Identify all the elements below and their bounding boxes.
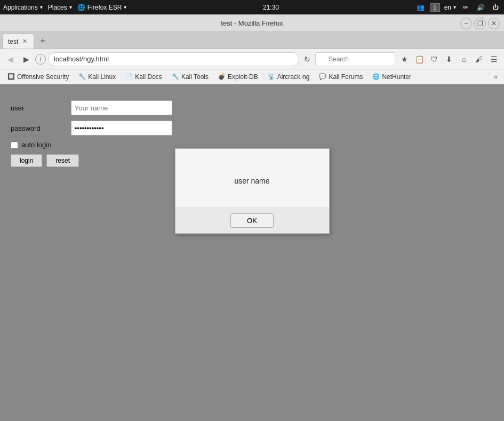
maximize-button[interactable]: ❐ [474, 18, 486, 29]
workspace-badge[interactable]: 1 [430, 3, 440, 12]
system-bar: Applications ▾ Places ▾ 🌐 Firefox ESR ▾ … [0, 0, 504, 14]
search-input[interactable] [315, 52, 395, 66]
applications-arrow: ▾ [40, 4, 43, 10]
browser-menu[interactable]: 🌐 Firefox ESR ▾ [77, 4, 127, 11]
language-menu[interactable]: en ▾ [444, 4, 456, 11]
close-icon: ✕ [491, 20, 497, 27]
bookmark-kali-forums-icon: 💬 [319, 73, 326, 80]
minimize-button[interactable]: – [460, 18, 472, 29]
browser-titlebar: test - Mozilla Firefox – ❐ ✕ [0, 15, 504, 32]
bookmark-offensive-security[interactable]: 🔲 Offensive Security [3, 72, 73, 82]
bookmark-aircrack-icon: 📡 [268, 73, 275, 80]
bookmark-kali-linux[interactable]: 🔧 Kali Linux [74, 72, 120, 82]
bookmark-nethunter[interactable]: 🌐 NetHunter [368, 72, 415, 82]
new-tab-button[interactable]: + [35, 34, 50, 49]
developer-icon[interactable]: 🖌 [472, 52, 486, 66]
bookmark-kali-tools-icon: 🔧 [172, 73, 179, 80]
hamburger-menu-icon[interactable]: ☰ [487, 52, 501, 66]
download-icon[interactable]: ⬇ [442, 52, 456, 66]
bookmark-kali-docs-icon: 📄 [125, 73, 133, 80]
bookmark-aircrack-ng[interactable]: 📡 Aircrack-ng [263, 72, 314, 82]
toolbar-icons: ★ 📋 🛡 ⬇ ⌂ 🖌 ☰ [397, 52, 501, 66]
bookmark-kali-docs[interactable]: 📄 Kali Docs [121, 72, 166, 82]
bookmarks-bar: 🔲 Offensive Security 🔧 Kali Linux 📄 Kali… [0, 69, 504, 84]
speaker-icon[interactable]: 🔊 [475, 2, 486, 13]
power-icon[interactable]: ⏻ [490, 2, 501, 13]
back-button[interactable]: ◀ [3, 52, 17, 66]
url-input[interactable] [48, 52, 299, 66]
minimize-icon: – [465, 20, 468, 27]
forward-button[interactable]: ▶ [19, 52, 33, 66]
bookmark-kali-forums[interactable]: 💬 Kali Forums [315, 72, 367, 82]
search-wrapper: 🔍 [315, 52, 395, 66]
pocket-icon[interactable]: 🛡 [427, 52, 441, 66]
applications-label: Applications [3, 4, 38, 11]
modal-overlay: user name OK [0, 84, 504, 298]
dialog-footer: OK [175, 208, 329, 233]
users-icon[interactable]: 👥 [415, 2, 426, 13]
bookmark-exploit-db-icon: 💣 [218, 73, 226, 80]
places-label: Places [48, 4, 67, 11]
address-bar: ◀ ▶ i ↻ 🔍 ★ 📋 🛡 ⬇ ⌂ 🖌 ☰ [0, 49, 504, 69]
bookmark-offensive-security-icon: 🔲 [7, 73, 15, 80]
system-time: 21:30 [132, 4, 410, 11]
close-button[interactable]: ✕ [488, 18, 500, 29]
tab-bar: test ✕ + [0, 32, 504, 49]
dialog-message: user name [234, 177, 269, 185]
window-controls: – ❐ ✕ [460, 18, 500, 29]
info-icon[interactable]: i [35, 54, 46, 65]
clipboard-icon[interactable]: 📋 [412, 52, 426, 66]
browser-arrow: ▾ [124, 4, 126, 10]
places-arrow: ▾ [69, 4, 72, 10]
page-content: user password auto login login reset use… [0, 84, 504, 298]
applications-menu[interactable]: Applications ▾ [3, 4, 43, 11]
dialog-ok-button[interactable]: OK [230, 213, 274, 228]
pencil-icon[interactable]: ✏ [460, 2, 471, 13]
tab-close-icon[interactable]: ✕ [22, 38, 27, 45]
maximize-icon: ❐ [477, 20, 483, 27]
system-tray: 👥 1 en ▾ ✏ 🔊 ⏻ [415, 2, 501, 13]
browser-tab[interactable]: test ✕ [2, 34, 34, 49]
browser-title: test - Mozilla Firefox [221, 19, 283, 27]
bookmark-nethunter-icon: 🌐 [372, 73, 380, 80]
bookmark-exploit-db[interactable]: 💣 Exploit-DB [214, 72, 262, 82]
bookmarks-more-button[interactable]: » [491, 72, 501, 82]
places-menu[interactable]: Places ▾ [48, 4, 72, 11]
home-icon[interactable]: ⌂ [457, 52, 471, 66]
tab-label: test [8, 38, 18, 45]
bookmark-kali-linux-icon: 🔧 [78, 73, 86, 80]
reload-button[interactable]: ↻ [301, 53, 313, 65]
alert-dialog: user name OK [175, 148, 330, 234]
browser-label: Firefox ESR [87, 4, 122, 11]
firefox-globe-icon: 🌐 [77, 4, 85, 11]
bookmark-star-icon[interactable]: ★ [397, 52, 411, 66]
browser-window: test - Mozilla Firefox – ❐ ✕ test ✕ + ◀ … [0, 14, 504, 298]
bookmark-kali-tools[interactable]: 🔧 Kali Tools [167, 72, 213, 82]
dialog-body: user name [175, 149, 329, 208]
